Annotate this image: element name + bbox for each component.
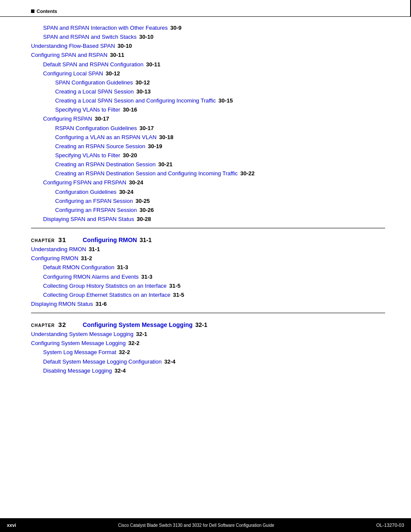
toc-link[interactable]: SPAN and RSPAN Interaction with Other Fe… [43, 24, 168, 32]
toc-page-number: 30-17 [140, 124, 154, 133]
toc-link[interactable]: Configuring a VLAN as an RSPAN VLAN [55, 133, 156, 142]
toc-entry: Configuration Guidelines30-24 [55, 188, 385, 196]
toc-entry: Configuring System Message Logging32-2 [31, 339, 385, 348]
toc-link[interactable]: Creating an RSPAN Source Session [55, 142, 145, 151]
toc-entry: SPAN and RSPAN and Switch Stacks30-10 [43, 33, 385, 41]
toc-link[interactable]: Creating a Local SPAN Session and Config… [55, 96, 216, 105]
toc-link[interactable]: Configuration Guidelines [55, 188, 116, 196]
toc-entry: Configuring an FRSPAN Session30-26 [55, 206, 385, 215]
toc-entry: Displaying RMON Status31-6 [31, 300, 385, 308]
toc-page-number: 31-1 [89, 245, 100, 254]
toc-link[interactable]: Disabling Message Logging [43, 367, 112, 375]
toc-link[interactable]: Configuring FSPAN and FRSPAN [43, 178, 126, 187]
toc-link[interactable]: Configuring RMON Alarms and Events [43, 273, 139, 281]
chapter-31-row: CHAPTER 31 Configuring RMON 31-1 [31, 236, 385, 243]
toc-entry: Configuring SPAN and RSPAN30-11 [31, 51, 385, 59]
toc-page-number: 31-3 [141, 273, 153, 281]
toc-page-number: 30-24 [129, 178, 143, 187]
chapter-31-title-number: 31-1 [140, 236, 152, 243]
toc-link[interactable]: Displaying RMON Status [31, 300, 93, 308]
toc-entry: Creating a Local SPAN Session30-13 [55, 87, 385, 96]
toc-page-number: 31-2 [81, 254, 92, 263]
toc-entry: Understanding Flow-Based SPAN30-10 [31, 42, 385, 50]
toc-link[interactable]: Creating a Local SPAN Session [55, 87, 134, 96]
contents-square-icon [31, 9, 34, 13]
chapter-31-title-link[interactable]: Configuring RMON [83, 236, 137, 243]
toc-page-number: 30-12 [135, 78, 149, 87]
footer-title: Cisco Catalyst Blade Switch 3130 and 303… [25, 523, 367, 528]
toc-page-number: 30-11 [146, 60, 160, 69]
chapter-31-label: CHAPTER 31 [31, 236, 83, 243]
toc-entry: Specifying VLANs to Filter30-20 [55, 151, 385, 160]
toc-link[interactable]: SPAN Configuration Guidelines [55, 78, 133, 87]
toc-entry: Collecting Group Ethernet Statistics on … [43, 291, 385, 299]
chapter-32-section: CHAPTER 32 Configuring System Message Lo… [31, 313, 385, 375]
toc-entry: SPAN and RSPAN Interaction with Other Fe… [43, 24, 385, 32]
toc-link[interactable]: Configuring RSPAN [43, 115, 92, 123]
toc-link[interactable]: Default System Message Logging Configura… [43, 358, 162, 366]
chapter-32-title-number: 32-1 [195, 321, 207, 328]
toc-entry: Configuring RSPAN30-17 [43, 115, 385, 123]
toc-link[interactable]: Default SPAN and RSPAN Configuration [43, 60, 143, 69]
toc-link[interactable]: Configuring Local SPAN [43, 69, 103, 78]
toc-page-number: 30-22 [240, 169, 255, 178]
toc-page-number: 30-15 [218, 96, 233, 105]
toc-link[interactable]: Collecting Group Ethernet Statistics on … [43, 291, 171, 299]
toc-page-number: 30-28 [137, 215, 151, 224]
toc-page-number: 30-18 [159, 133, 173, 142]
toc-page-number: 32-1 [136, 330, 147, 339]
toc-page-number: 30-20 [123, 151, 137, 160]
toc-page-number: 30-16 [123, 106, 137, 114]
toc-entry: Configuring FSPAN and FRSPAN30-24 [43, 178, 385, 187]
toc-page-number: 31-5 [169, 282, 181, 290]
toc-link[interactable]: RSPAN Configuration Guidelines [55, 124, 137, 133]
toc-entry: RSPAN Configuration Guidelines30-17 [55, 124, 385, 133]
toc-link[interactable]: Specifying VLANs to Filter [55, 151, 120, 160]
toc-link[interactable]: Configuring an FSPAN Session [55, 197, 133, 205]
toc-link[interactable]: Collecting Group History Statistics on a… [43, 282, 167, 290]
toc-entry: Default SPAN and RSPAN Configuration30-1… [43, 60, 385, 69]
toc-link[interactable]: System Log Message Format [43, 348, 116, 357]
toc-entry: Creating a Local SPAN Session and Config… [55, 96, 385, 105]
toc-page-number: 31-5 [173, 291, 184, 299]
toc-entry: Understanding RMON31-1 [31, 245, 385, 254]
toc-page-number: 30-12 [106, 69, 120, 78]
toc-link[interactable]: Creating an RSPAN Destination Session an… [55, 169, 238, 178]
footer-doc-number: OL-13270-03 [376, 523, 404, 528]
toc-page-number: 31-3 [117, 263, 128, 272]
toc-entry: Configuring Local SPAN30-12 [43, 69, 385, 78]
toc-entry: Creating an RSPAN Destination Session an… [55, 169, 385, 178]
chapter-32-row: CHAPTER 32 Configuring System Message Lo… [31, 321, 385, 328]
toc-entry: Default System Message Logging Configura… [43, 358, 385, 366]
toc-page-number: 30-11 [110, 51, 124, 59]
toc-entry: Configuring a VLAN as an RSPAN VLAN30-18 [55, 133, 385, 142]
chapter-31-divider [31, 228, 385, 228]
toc-link[interactable]: Understanding RMON [31, 245, 86, 254]
chapter-32-label: CHAPTER 32 [31, 321, 83, 328]
toc-page-number: 32-2 [119, 348, 130, 357]
chapter-32-title-link[interactable]: Configuring System Message Logging [83, 321, 193, 328]
toc-page-number: 30-10 [139, 33, 153, 41]
toc-link[interactable]: Configuring SPAN and RSPAN [31, 51, 107, 59]
toc-link[interactable]: Creating an RSPAN Destination Session [55, 160, 156, 169]
top-border [0, 16, 411, 17]
toc-link[interactable]: Specifying VLANs to Filter [55, 106, 120, 114]
contents-text: Contents [37, 9, 57, 14]
toc-link[interactable]: Configuring an FRSPAN Session [55, 206, 137, 215]
toc-link[interactable]: Understanding System Message Logging [31, 330, 134, 339]
toc-entry: System Log Message Format32-2 [43, 348, 385, 357]
toc-link[interactable]: Default RMON Configuration [43, 263, 114, 272]
toc-link[interactable]: Configuring RMON [31, 254, 78, 263]
toc-link[interactable]: Understanding Flow-Based SPAN [31, 42, 115, 50]
toc-entry: SPAN Configuration Guidelines30-12 [55, 78, 385, 87]
toc-page-number: 30-13 [137, 87, 151, 96]
toc-page-number: 30-26 [140, 206, 154, 215]
toc-content: SPAN and RSPAN Interaction with Other Fe… [31, 24, 385, 376]
chapter-31-section: CHAPTER 31 Configuring RMON 31-1 Underst… [31, 228, 385, 308]
toc-link[interactable]: SPAN and RSPAN and Switch Stacks [43, 33, 137, 41]
toc-link[interactable]: Configuring System Message Logging [31, 339, 126, 348]
toc-page-number: 32-2 [128, 339, 140, 348]
toc-page-number: 30-19 [148, 142, 162, 151]
pre-ch31-entries: SPAN and RSPAN Interaction with Other Fe… [31, 24, 385, 224]
toc-link[interactable]: Displaying SPAN and RSPAN Status [43, 215, 134, 224]
